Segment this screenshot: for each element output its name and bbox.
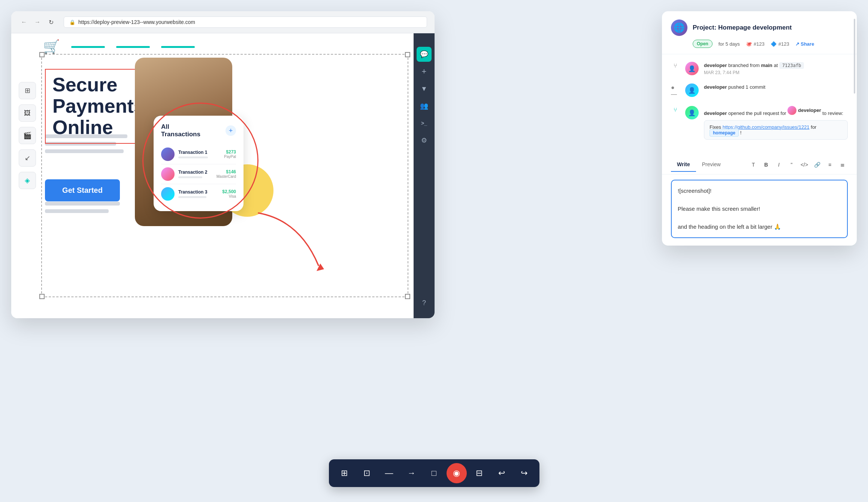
filter-sidebar-tool[interactable]: ▼ [417, 81, 432, 96]
toolbar-code-button[interactable]: </> [799, 159, 810, 170]
toolbar-link-button[interactable]: 🔗 [812, 159, 822, 170]
txn-bar-3 [178, 196, 206, 198]
video-tool[interactable]: 🎬 [19, 127, 36, 144]
url-text: https://deploy-preview-123--www.yourwebs… [78, 19, 195, 25]
fixes-for: for [811, 124, 816, 130]
activity-icon-1: ⑂ [671, 62, 680, 69]
qr-code-tool[interactable]: ⊞ [19, 82, 36, 99]
comment-line-2: Please make this screen smaller! [678, 204, 841, 213]
txn-info-3: Transaction 3 [178, 189, 218, 198]
handle-bottom-right[interactable] [405, 294, 410, 299]
comment-line-3: and the heading on the left a bit larger… [678, 222, 841, 231]
image-tool[interactable]: 🖼 [19, 104, 36, 122]
terminal-sidebar-tool[interactable]: >_ [417, 116, 432, 131]
project-row: 🌐 Project: Homepage development [671, 19, 848, 36]
toolbar-text-button[interactable]: T [748, 159, 759, 170]
dark-sidebar: 💬 + ▼ 👥 >_ ⚙ ? [414, 33, 435, 318]
toolbar-ordered-list-button[interactable]: ≣ [837, 159, 848, 170]
brand-tool[interactable]: ◈ [19, 172, 36, 189]
txn-bar-1 [178, 156, 208, 158]
add-transaction-button[interactable]: + [226, 125, 236, 136]
undo-tool[interactable]: ↩ [492, 463, 512, 483]
browser-window: ← → ↻ 🔒 https://deploy-preview-123--www.… [11, 11, 435, 318]
rect-tool[interactable]: □ [424, 463, 444, 483]
help-sidebar-tool[interactable]: ? [417, 295, 432, 310]
refresh-button[interactable]: ↻ [46, 17, 56, 27]
txn-info-1: Transaction 1 [178, 150, 220, 158]
nav-bar-3 [161, 46, 195, 48]
toolbar-quote-button[interactable]: " [786, 159, 797, 170]
transaction-item-2: Transaction 2 $146 MasterCard [161, 164, 236, 184]
record-tool[interactable]: ◉ [447, 463, 467, 483]
comment-line-1: ![screenshot]! [678, 186, 841, 195]
browser-nav: ← → ↻ [19, 17, 56, 27]
avatar-1 [161, 147, 175, 161]
status-badge: Open [693, 40, 713, 48]
project-title: Project: Homepage development [693, 24, 792, 31]
activity-icon-2: ●— [671, 83, 680, 98]
activity-icon-3: ⑂ [671, 106, 680, 113]
add-sidebar-tool[interactable]: + [417, 64, 432, 79]
txn-method-3: Visa [222, 194, 236, 198]
activity-item-3: ⑂ 👤 developer opened the pull request fo… [671, 106, 848, 140]
handle-top-left[interactable] [39, 52, 45, 57]
forward-button[interactable]: → [32, 17, 43, 27]
select-tool[interactable]: ⊞ [334, 463, 354, 483]
txn-amount-2: $146 MasterCard [217, 169, 236, 179]
avatar-2 [161, 167, 175, 181]
txn-name-1: Transaction 1 [178, 150, 220, 155]
activity-time-1: MAR 23, 7:44 PM [704, 70, 848, 75]
share-icon: ↗ [795, 41, 799, 47]
preview-tab[interactable]: Preview [696, 158, 727, 172]
line-tool[interactable]: — [379, 463, 399, 483]
handle-bottom-left[interactable] [39, 294, 45, 299]
browser-chrome: ← → ↻ 🔒 https://deploy-preview-123--www.… [11, 11, 435, 33]
comment-textarea[interactable]: ![screenshot]! Please make this screen s… [671, 180, 848, 238]
website-content: 🛒 ⊞ 🖼 🎬 ↙ ◈ SecurePaymentsOnline [11, 33, 435, 318]
panel-scrollbar[interactable] [854, 19, 855, 94]
share-link[interactable]: ↗ Share [795, 41, 814, 47]
login-tool[interactable]: ↙ [19, 149, 36, 167]
back-button[interactable]: ← [19, 17, 29, 27]
write-tab[interactable]: Write [671, 158, 696, 172]
txn-name-3: Transaction 3 [178, 189, 218, 195]
website-nav: 🛒 [43, 39, 195, 55]
arrow-tool[interactable]: → [402, 463, 422, 483]
activity-item-1: ⑂ 👤 developer branched from main at 7123… [671, 62, 848, 75]
cart-icon: 🛒 [43, 39, 60, 55]
txn-method-1: PayPal [224, 155, 236, 159]
actor-avatar-2: 👤 [685, 83, 699, 97]
settings-sidebar-tool[interactable]: ⚙ [417, 133, 432, 148]
bottom-toolbar: ⊞ ⊡ — → □ ◉ ⊟ ↩ ↪ [329, 459, 539, 487]
project-avatar: 🌐 [671, 19, 687, 36]
diamond-number: 🔷 #123 [771, 41, 789, 47]
commit-hash: 7123afb [779, 62, 804, 69]
toolbar-list-button[interactable]: ≡ [825, 159, 835, 170]
activity-text-3: developer opened the pull request for de… [704, 106, 848, 117]
toolbar-italic-button[interactable]: I [774, 159, 784, 170]
crop-tool[interactable]: ⊡ [357, 463, 377, 483]
exclaim: ! [740, 130, 742, 136]
txn-name-2: Transaction 2 [178, 170, 213, 175]
txn-price-2: $146 [217, 169, 236, 174]
handle-top-right[interactable] [405, 52, 410, 57]
github-icon: 🐙 [746, 41, 752, 47]
address-bar[interactable]: 🔒 https://deploy-preview-123--www.yourwe… [64, 16, 427, 28]
txn-amount-3: $2,500 Visa [222, 189, 236, 198]
pr-icon: ⑂ [674, 107, 677, 113]
toolbar-bold-button[interactable]: B [761, 159, 771, 170]
homepage-badge: homepage [710, 129, 739, 137]
transaction-card: All Transactions + Transaction 1 $273 Pa… [154, 116, 244, 211]
branch-icon: ⑂ [674, 63, 677, 69]
activity-feed: ⑂ 👤 developer branched from main at 7123… [662, 54, 857, 155]
redo-tool[interactable]: ↪ [514, 463, 534, 483]
activity-item-2: ●— 👤 developer pushed 1 commit [671, 83, 848, 98]
right-panel: 🌐 Project: Homepage development Open for… [662, 11, 857, 246]
team-sidebar-tool[interactable]: 👥 [417, 98, 432, 113]
txn-amount-1: $273 PayPal [224, 149, 236, 159]
actor-avatar-1: 👤 [685, 62, 699, 75]
nav-bar-2 [116, 46, 150, 48]
comment-sidebar-tool[interactable]: 💬 [417, 47, 432, 62]
status-detail: for 5 days [719, 41, 740, 47]
stamp-tool[interactable]: ⊟ [469, 463, 489, 483]
